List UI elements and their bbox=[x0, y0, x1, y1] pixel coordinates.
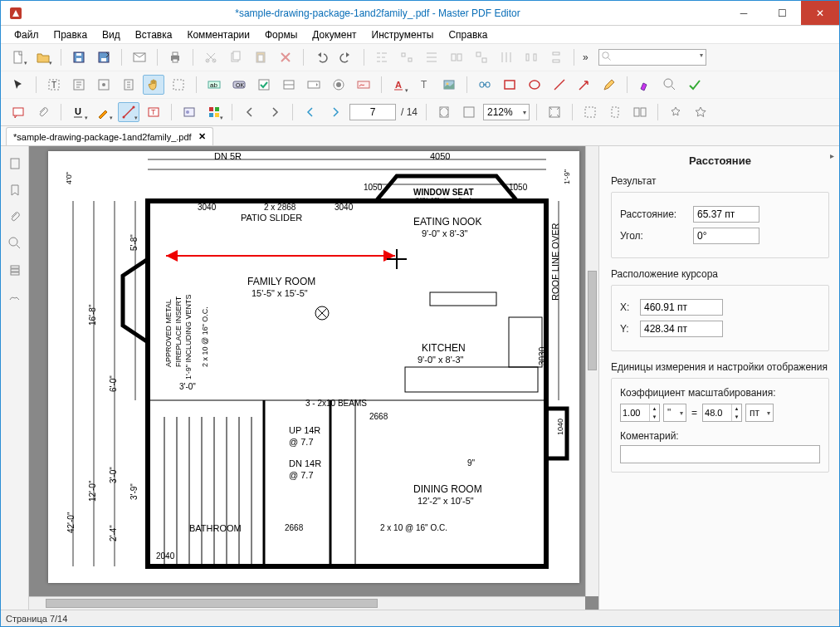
select-tool[interactable] bbox=[7, 75, 29, 95]
insert-image-tool[interactable] bbox=[438, 75, 460, 95]
next-page-button[interactable] bbox=[264, 102, 286, 122]
hand-tool[interactable] bbox=[143, 75, 164, 95]
rotate-right-button[interactable] bbox=[604, 102, 626, 122]
tab-close-icon[interactable]: ✕ bbox=[198, 131, 206, 142]
form-text-field[interactable]: ab bbox=[203, 75, 225, 95]
align-left-button[interactable] bbox=[371, 47, 393, 67]
save-button[interactable] bbox=[68, 47, 90, 67]
search-input[interactable] bbox=[598, 49, 706, 66]
fit-page-button[interactable] bbox=[433, 102, 455, 122]
align-middle-button[interactable] bbox=[471, 47, 492, 67]
close-button[interactable]: ✕ bbox=[801, 1, 839, 25]
attachments-tab[interactable] bbox=[3, 204, 27, 229]
form-radio[interactable] bbox=[278, 75, 300, 95]
insert-text-tool[interactable]: T bbox=[413, 75, 435, 95]
textbox-tool[interactable]: T bbox=[143, 102, 164, 122]
new-doc-button[interactable] bbox=[7, 47, 29, 67]
two-page-button[interactable] bbox=[629, 102, 651, 122]
zoom-combo[interactable]: 212% bbox=[483, 104, 530, 120]
open-button[interactable] bbox=[32, 47, 54, 67]
x-field[interactable] bbox=[640, 299, 723, 316]
y-field[interactable] bbox=[640, 321, 723, 337]
page-number-input[interactable] bbox=[349, 104, 396, 120]
menu-tools[interactable]: Инструменты bbox=[365, 27, 441, 42]
unit-to-combo[interactable]: пт bbox=[745, 404, 774, 422]
ellipse-tool[interactable] bbox=[524, 75, 545, 95]
highlight-text-tool[interactable]: A bbox=[388, 75, 410, 95]
shapes-tool[interactable] bbox=[203, 102, 225, 122]
rectangle-tool[interactable] bbox=[499, 75, 520, 95]
measure-line-tool[interactable] bbox=[118, 102, 139, 122]
redo-button[interactable] bbox=[335, 47, 357, 67]
bookmarks-tab[interactable] bbox=[3, 178, 27, 203]
vertical-scrollbar[interactable] bbox=[585, 146, 598, 596]
fit-width-button[interactable] bbox=[458, 102, 480, 122]
minimize-button[interactable]: ─ bbox=[725, 1, 763, 25]
pdf-page[interactable]: DN 5R 4050 1050 1050 WINDOW SEAT (MIN. 1… bbox=[48, 151, 579, 583]
eraser-tool[interactable] bbox=[659, 75, 681, 95]
draw-tool[interactable] bbox=[93, 102, 115, 122]
attach-tool[interactable] bbox=[32, 102, 54, 122]
menu-forms[interactable]: Формы bbox=[258, 27, 304, 42]
horizontal-scrollbar[interactable] bbox=[29, 596, 585, 610]
distance-field[interactable] bbox=[693, 206, 759, 223]
align-bottom-button[interactable] bbox=[496, 47, 517, 67]
canvas-scroll[interactable]: DN 5R 4050 1050 1050 WINDOW SEAT (MIN. 1… bbox=[29, 146, 598, 610]
unit-from-combo[interactable]: " bbox=[663, 404, 686, 422]
signatures-tab[interactable] bbox=[3, 284, 27, 309]
menu-document[interactable]: Документ bbox=[305, 27, 363, 42]
arrow-tool[interactable] bbox=[574, 75, 595, 95]
maximize-button[interactable]: ☐ bbox=[763, 1, 801, 25]
line-tool[interactable] bbox=[549, 75, 570, 95]
toolbar-overflow[interactable]: » bbox=[581, 51, 590, 63]
snapshot-tool[interactable] bbox=[168, 75, 189, 95]
distribute-v-button[interactable] bbox=[545, 47, 567, 67]
scale-from-spinner[interactable]: ▲▼ bbox=[620, 404, 660, 422]
prev-page-button[interactable] bbox=[239, 102, 261, 122]
stamp-tool[interactable] bbox=[178, 102, 200, 122]
layers-tab[interactable] bbox=[3, 257, 27, 282]
actual-size-button[interactable] bbox=[544, 102, 565, 122]
align-center-button[interactable] bbox=[396, 47, 418, 67]
grid-tool-1[interactable] bbox=[665, 102, 686, 122]
menu-view[interactable]: Вид bbox=[95, 27, 127, 42]
align-top-button[interactable] bbox=[446, 47, 467, 67]
link-tool[interactable] bbox=[474, 75, 496, 95]
form-checkbox[interactable] bbox=[253, 75, 275, 95]
menu-comments[interactable]: Комментарии bbox=[180, 27, 256, 42]
underline-tool[interactable]: U bbox=[68, 102, 90, 122]
first-page-button[interactable] bbox=[300, 102, 321, 122]
comment-field[interactable] bbox=[620, 445, 820, 463]
panel-collapse-icon[interactable]: ▸ bbox=[830, 151, 834, 160]
form-combo[interactable] bbox=[303, 75, 325, 95]
save-as-button[interactable] bbox=[93, 47, 115, 67]
distribute-h-button[interactable] bbox=[520, 47, 542, 67]
print-button[interactable] bbox=[164, 47, 186, 67]
edit-doc-tool[interactable] bbox=[118, 75, 139, 95]
form-list[interactable] bbox=[328, 75, 349, 95]
undo-button[interactable] bbox=[310, 47, 332, 67]
form-button[interactable]: OK bbox=[228, 75, 250, 95]
grid-tool-2[interactable] bbox=[690, 102, 711, 122]
paste-button[interactable] bbox=[250, 47, 271, 67]
menu-edit[interactable]: Правка bbox=[47, 27, 95, 42]
search-tab[interactable] bbox=[3, 231, 27, 256]
copy-button[interactable] bbox=[225, 47, 247, 67]
scale-to-spinner[interactable]: ▲▼ bbox=[702, 404, 742, 422]
rotate-left-button[interactable] bbox=[579, 102, 601, 122]
delete-button[interactable] bbox=[275, 47, 296, 67]
menu-insert[interactable]: Вставка bbox=[129, 27, 179, 42]
text-select-tool[interactable]: T bbox=[43, 75, 65, 95]
edit-form-tool[interactable] bbox=[93, 75, 115, 95]
form-signature[interactable] bbox=[353, 75, 374, 95]
note-tool[interactable] bbox=[7, 102, 29, 122]
last-page-button[interactable] bbox=[325, 102, 346, 122]
align-right-button[interactable] bbox=[421, 47, 442, 67]
edit-text-tool[interactable] bbox=[68, 75, 90, 95]
highlighter-tool[interactable] bbox=[634, 75, 656, 95]
pencil-tool[interactable] bbox=[598, 75, 620, 95]
menu-help[interactable]: Справка bbox=[442, 27, 494, 42]
email-button[interactable] bbox=[129, 47, 150, 67]
thumbnails-tab[interactable] bbox=[3, 151, 27, 176]
cut-button[interactable] bbox=[200, 47, 222, 67]
